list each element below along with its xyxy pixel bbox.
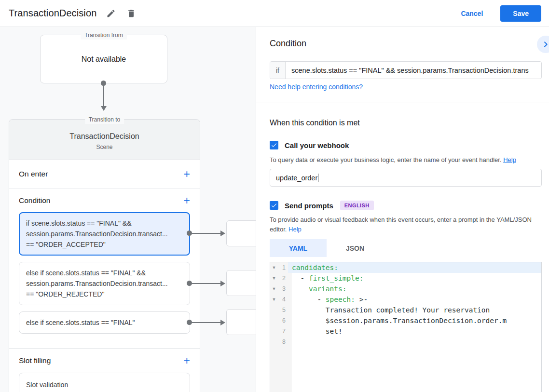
line-number: 8 [278, 337, 288, 347]
fold-spacer [270, 305, 278, 315]
condition-card-text: == "ORDER_REJECTED" [26, 289, 183, 299]
editor-line[interactable]: ▼1candidates: [270, 262, 541, 273]
line-number: 6 [278, 315, 288, 326]
condition-expression-input[interactable]: scene.slots.status == "FINAL" && session… [286, 62, 541, 79]
pencil-icon [106, 9, 116, 18]
code-line-text: Transaction completed! Your reservation [288, 305, 541, 315]
arrow-right-icon [220, 320, 225, 325]
add-condition-button[interactable]: + [184, 196, 190, 205]
prompts-checkbox[interactable] [270, 201, 278, 210]
code-line-text: variants: [288, 284, 541, 294]
code-line-text: - speech: >- [288, 294, 541, 305]
editor-line[interactable]: ▼3 variants: [270, 284, 541, 294]
event-handler-input[interactable]: update_order [270, 169, 542, 187]
fold-arrow-icon[interactable]: ▼ [270, 273, 278, 284]
prompts-checkbox-row: Send prompts ENGLISH [270, 201, 374, 210]
webhook-description-text: To query data or execute your business l… [270, 156, 502, 163]
page-title: TransactionDecision [9, 8, 96, 19]
line-number: 3 [278, 284, 288, 294]
condition-expression-row: if scene.slots.status == "FINAL" && sess… [270, 61, 542, 79]
condition-card-list: if scene.slots.status == "FINAL" &&sessi… [9, 212, 200, 334]
app-header: TransactionDecision Cancel Save [0, 0, 549, 27]
tab-json[interactable]: JSON [327, 239, 384, 257]
condition-card-text: session.params.TransactionDecision.trans… [26, 278, 183, 289]
line-number: 5 [278, 305, 288, 315]
connector-line [103, 83, 104, 107]
line-number: 1 [278, 262, 288, 273]
tab-yaml[interactable]: YAML [270, 239, 327, 257]
transition-to-card: Transition to TransactionDecision Scene … [9, 119, 200, 392]
yaml-code-editor[interactable]: ▼1candidates:▼2 - first_simple:▼3 varian… [270, 262, 542, 392]
condition-card[interactable]: else if scene.slots.status == "FINAL" &&… [19, 262, 190, 305]
check-icon [271, 202, 277, 209]
fold-spacer [270, 337, 278, 347]
edit-title-button[interactable] [105, 8, 117, 19]
transition-to-label: Transition to [85, 115, 124, 124]
code-line-text: $session.params.TransactionDecision.orde… [288, 315, 541, 326]
prompts-description: To provide audio or visual feedback when… [270, 215, 542, 234]
code-line-text [288, 337, 541, 347]
editor-line[interactable]: ▼4 - speech: >- [270, 294, 541, 305]
connector-line [189, 283, 221, 284]
editor-lines: ▼1candidates:▼2 - first_simple:▼3 varian… [270, 262, 541, 347]
on-enter-label: On enter [19, 170, 48, 178]
event-handler-value: update_order [276, 174, 317, 182]
arrow-right-icon [220, 230, 225, 236]
trash-icon [126, 9, 136, 18]
code-line-text: - first_simple: [288, 273, 541, 284]
scene-diagram-canvas: Transition from Not available Transition… [0, 27, 256, 392]
delete-scene-button[interactable] [125, 8, 137, 19]
when-met-heading: When this condition is met [270, 119, 360, 127]
fold-spacer [270, 315, 278, 326]
editor-line[interactable]: 8 [270, 337, 541, 347]
line-number: 2 [278, 273, 288, 284]
arrow-down-icon [101, 106, 107, 111]
editor-line[interactable]: ▼2 - first_simple: [270, 273, 541, 284]
collapse-panel-button[interactable] [537, 36, 549, 53]
save-button[interactable]: Save [500, 5, 541, 22]
code-line-text: set! [288, 326, 541, 337]
scene-name: TransactionDecision [69, 132, 139, 141]
condition-section-label: Condition [19, 196, 51, 205]
prompts-help-link[interactable]: Help [288, 226, 302, 233]
condition-card-text: session.params.TransactionDecision.trans… [26, 229, 183, 239]
slot-filling-label: Slot filling [19, 356, 51, 365]
condition-card-text: else if scene.slots.status == "FINAL" [26, 317, 183, 328]
fold-spacer [270, 326, 278, 337]
line-number: 7 [278, 326, 288, 337]
chevron-right-icon [542, 41, 549, 48]
connector-line [189, 322, 221, 323]
condition-card-text: if scene.slots.status == "FINAL" && [26, 218, 183, 229]
webhook-help-link[interactable]: Help [503, 156, 516, 163]
transition-from-content: Not available [82, 55, 126, 64]
add-on-enter-button[interactable]: + [184, 169, 190, 179]
text-cursor [318, 174, 318, 182]
condition-help-link[interactable]: Need help entering conditions? [270, 83, 363, 91]
webhook-checkbox-label: Call your webhook [285, 141, 349, 149]
condition-card[interactable]: else if scene.slots.status == "FINAL" [19, 311, 190, 334]
on-enter-row[interactable]: On enter + [9, 160, 200, 189]
connector-line [189, 233, 221, 234]
editor-line[interactable]: 5 Transaction completed! Your reservatio… [270, 305, 541, 315]
condition-section: Condition + if scene.slots.status == "FI… [9, 189, 200, 349]
panel-heading: Condition [270, 39, 306, 49]
webhook-checkbox[interactable] [270, 141, 278, 149]
scene-card-header[interactable]: TransactionDecision Scene [9, 120, 200, 160]
condition-detail-panel: Condition if scene.slots.status == "FINA… [256, 27, 549, 392]
condition-card-text: == "ORDER_ACCEPTED" [26, 239, 183, 250]
webhook-checkbox-row: Call your webhook [270, 141, 349, 149]
slot-validation-label: Slot validation [26, 381, 68, 389]
editor-line[interactable]: 6 $session.params.TransactionDecision.or… [270, 315, 541, 326]
fold-arrow-icon[interactable]: ▼ [270, 294, 278, 305]
section-divider [256, 103, 549, 103]
language-badge: ENGLISH [340, 201, 374, 210]
scene-type-label: Scene [96, 144, 112, 150]
slot-validation-card[interactable]: Slot validation [19, 373, 190, 392]
fold-arrow-icon[interactable]: ▼ [270, 284, 278, 294]
add-slot-button[interactable]: + [184, 356, 190, 365]
cancel-button[interactable]: Cancel [461, 10, 483, 17]
arrow-right-icon [220, 281, 225, 286]
editor-line[interactable]: 7 set! [270, 326, 541, 337]
condition-card[interactable]: if scene.slots.status == "FINAL" &&sessi… [19, 212, 190, 256]
fold-arrow-icon[interactable]: ▼ [270, 262, 278, 273]
